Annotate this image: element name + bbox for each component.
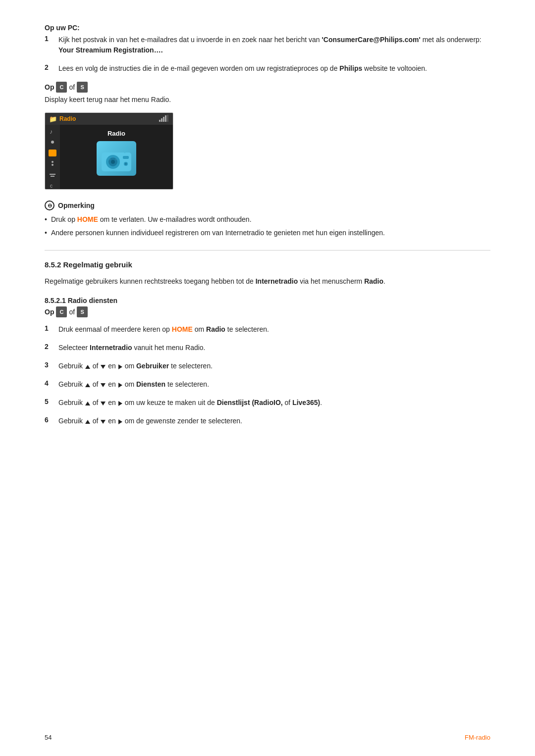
- sidebar-active-folder: [49, 150, 56, 156]
- op-c-of-s-1-desc: Display keert terug naar het menu Radio.: [45, 96, 490, 103]
- step-1-subject: Your Streamium Registration….: [58, 46, 163, 54]
- s5-bold1: Dienstlijst (RadioIO,: [217, 399, 283, 406]
- step-4-8521-content: Gebruik of en om Diensten te selecteren.: [58, 379, 209, 390]
- s3-bold: Gebruiker: [136, 362, 169, 370]
- s4-bold: Diensten: [136, 380, 165, 388]
- svg-point-8: [52, 161, 54, 163]
- section-852-title: 8.5.2 Regelmatig gebruik: [45, 260, 490, 269]
- page-number: 54: [45, 734, 52, 741]
- svg-line-17: [125, 146, 128, 152]
- badge-s-1: S: [77, 82, 88, 93]
- svg-point-23: [115, 158, 117, 160]
- svg-rect-1: [161, 118, 162, 122]
- radio-screen-body: ♪: [45, 125, 173, 189]
- svg-text:c: c: [50, 183, 53, 189]
- s4-en: en: [108, 380, 117, 388]
- bullet-1-content: Druk op HOME om te verlaten. Uw e-mailad…: [51, 214, 252, 225]
- triangle-right-3: [118, 364, 122, 369]
- triangle-right-4: [118, 383, 122, 388]
- radio-screen-header: 📁 Radio: [45, 113, 173, 125]
- s3-om: om: [125, 362, 136, 370]
- op-c-of-s-1: Op C of S: [45, 82, 490, 93]
- page-section-label: FM-radio: [465, 734, 490, 741]
- step-2-text: Lees en volg de instructies die in de e-…: [58, 64, 339, 72]
- bullet-1-pre: Druk op: [51, 215, 77, 223]
- sidebar-music-icon: ♪: [49, 128, 56, 135]
- bullet-2-content: Andere personen kunnen individueel regis…: [51, 228, 385, 238]
- triangle-right-5: [118, 401, 122, 406]
- svg-point-22: [112, 156, 114, 158]
- svg-point-20: [125, 163, 127, 165]
- triangle-down-3: [101, 365, 106, 369]
- badge-c-2: C: [56, 306, 67, 317]
- s4-of1: of: [93, 380, 101, 388]
- s5-om: om uw keuze te maken uit de: [125, 399, 217, 406]
- radio-icon-illustration: [97, 141, 136, 176]
- svg-rect-3: [165, 115, 166, 122]
- step-num-2: 2: [45, 343, 58, 351]
- step-num-5: 5: [45, 398, 58, 405]
- svg-text:♪: ♪: [50, 128, 53, 135]
- triangle-right-6: [118, 419, 122, 424]
- s4-end: te selecteren.: [165, 380, 209, 388]
- intro-bold: Internetradio: [256, 277, 298, 285]
- step-1-mid: met als onderwerp:: [421, 36, 482, 44]
- intro-pre: Regelmatige gebruikers kunnen rechtstree…: [45, 277, 256, 285]
- triangle-down-5: [101, 402, 106, 405]
- opmerking-icon: ⊖: [45, 201, 54, 210]
- of-label-2: of: [69, 308, 75, 316]
- step-number-2: 2: [45, 63, 58, 71]
- triangle-up-6a: [85, 420, 90, 424]
- op-uw-pc-heading: Op uw PC:: [45, 24, 490, 32]
- step-2-pc: 2 Lees en volg de instructies die in de …: [45, 63, 490, 74]
- s2-post: vanuit het menu Radio.: [132, 344, 206, 352]
- triangle-up-4a: [85, 383, 90, 387]
- svg-rect-0: [159, 120, 160, 122]
- step-num-4: 4: [45, 379, 58, 387]
- s1-post: om: [193, 325, 206, 333]
- triangle-up-3a: [85, 365, 90, 369]
- intro-end: .: [383, 277, 385, 285]
- section-852: 8.5.2 Regelmatig gebruik Regelmatige geb…: [45, 260, 490, 426]
- svg-rect-4: [167, 115, 168, 122]
- s4-pre: Gebruik: [58, 380, 85, 388]
- triangle-down-6: [101, 420, 106, 424]
- radio-content-title: Radio: [107, 130, 125, 137]
- s6-pre: Gebruik: [58, 417, 85, 425]
- step-1-pc: 1 Kijk het postvak in van het e-mailadre…: [45, 35, 490, 55]
- svg-rect-2: [163, 117, 164, 122]
- s5-en: en: [108, 399, 117, 406]
- opmerking-bullet-1: • Druk op HOME om te verlaten. Uw e-mail…: [45, 214, 490, 225]
- bullet-dot-2: •: [45, 228, 47, 238]
- triangle-up-5a: [85, 402, 90, 405]
- step-4-8521: 4 Gebruik of en om Diensten te selectere…: [45, 379, 490, 390]
- svg-rect-11: [51, 176, 54, 177]
- bullet-1-post: om te verlaten. Uw e-mailadres wordt ont…: [98, 215, 252, 223]
- sidebar-icon-6: c: [49, 182, 56, 189]
- triangle-down-4: [101, 383, 106, 387]
- intro-post: via het menuscherm: [298, 277, 364, 285]
- step-3-8521-content: Gebruik of en om Gebruiker te selecteren…: [58, 361, 213, 371]
- radio-header-title: Radio: [59, 115, 76, 122]
- svg-rect-7: [50, 150, 53, 151]
- radio-main-content: Radio: [60, 125, 173, 189]
- s5-mid: of: [283, 399, 292, 406]
- step-num-1: 1: [45, 324, 58, 332]
- s4-om: om: [125, 380, 136, 388]
- step-2-philips: Philips: [339, 64, 362, 72]
- section-divider: [45, 250, 490, 251]
- svg-point-9: [52, 164, 54, 166]
- s6-of1: of: [93, 417, 101, 425]
- signal-icon: [159, 115, 169, 122]
- svg-rect-10: [50, 174, 55, 175]
- section-852-intro: Regelmatige gebruikers kunnen rechtstree…: [45, 276, 490, 287]
- svg-rect-6: [50, 151, 55, 156]
- step-1-8521-content: Druk eenmaal of meerdere keren op HOME o…: [58, 324, 269, 335]
- sidebar-icon-5: [49, 171, 56, 178]
- step-num-3: 3: [45, 361, 58, 369]
- badge-s-2: S: [77, 306, 88, 317]
- step-1-8521: 1 Druk eenmaal of meerdere keren op HOME…: [45, 324, 490, 335]
- badge-c-1: C: [56, 82, 67, 93]
- step-1-text: Kijk het postvak in van het e-mailadres …: [58, 36, 322, 44]
- radio-svg-icon: [99, 145, 134, 172]
